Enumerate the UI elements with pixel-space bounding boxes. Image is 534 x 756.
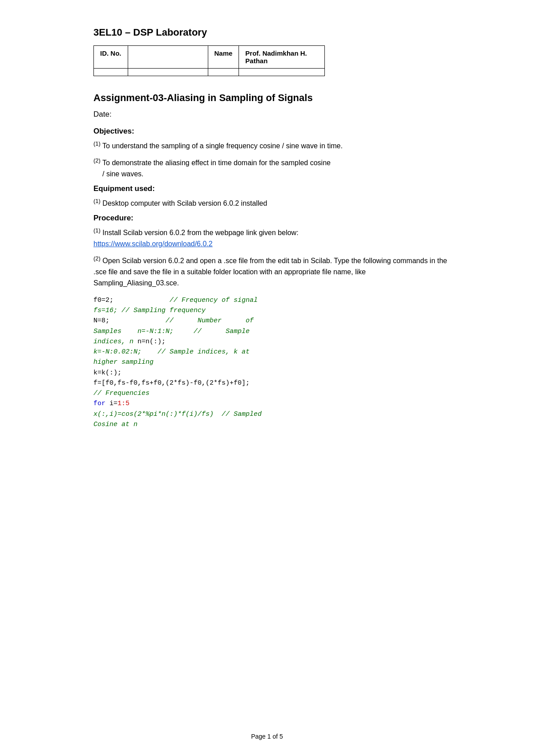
equip-num: (1) — [93, 198, 101, 204]
procedure-heading: Procedure: — [93, 214, 449, 223]
prof-blank-row2 — [239, 69, 325, 76]
id-blank-row2 — [128, 69, 208, 76]
page-footer: Page 1 of 5 — [67, 733, 467, 740]
main-title: 3EL10 – DSP Laboratory — [93, 27, 449, 38]
scilab-link[interactable]: https://www.scilab.org/download/6.0.2 — [93, 240, 213, 248]
code-line-1: f0=2; // Frequency of signal — [93, 295, 449, 305]
obj2-text-cont: / sine waves. — [93, 170, 143, 178]
date-line: Date: — [93, 110, 449, 119]
code-line-5: indices, n n=n(:); — [93, 337, 449, 347]
name-blank-row2 — [208, 69, 239, 76]
code-line-13: Cosine at n — [93, 419, 449, 430]
code-line-11: for i=1:5 — [93, 398, 449, 409]
obj2-text: To demonstrate the aliasing effect in ti… — [102, 159, 331, 167]
id-label: ID. No. — [94, 46, 128, 69]
obj2-num: (2) — [93, 157, 101, 164]
equip-text: Desktop computer with Scilab version 6.0… — [102, 199, 267, 207]
code-line-6: k=-N:0.02:N; // Sample indices, k at — [93, 347, 449, 357]
professor-name: Prof. Nadimkhan H. Pathan — [239, 46, 325, 69]
procedure-item-2: (2) Open Scilab version 6.0.2 and open a… — [93, 254, 449, 289]
id-value-row2 — [94, 69, 128, 76]
code-line-12: x(:,i)=cos(2*%pi*n(:)*f(i)/fs) // Sample… — [93, 409, 449, 419]
id-value — [128, 46, 208, 69]
objective-2: (2) To demonstrate the aliasing effect i… — [93, 156, 449, 180]
proc1-num: (1) — [93, 227, 101, 234]
code-line-7: higher sampling — [93, 357, 449, 367]
code-line-8: k=k(:); — [93, 368, 449, 378]
obj1-num: (1) — [93, 140, 101, 147]
code-line-4: Samples n=-N:1:N; // Sample — [93, 326, 449, 337]
proc1-text: Install Scilab version 6.0.2 from the we… — [102, 229, 298, 237]
procedure-item-1: (1) Install Scilab version 6.0.2 from th… — [93, 226, 449, 250]
objective-1: (1) To understand the sampling of a sing… — [93, 139, 449, 152]
proc2-text: Open Scilab version 6.0.2 and open a .sc… — [93, 257, 447, 287]
equipment-item: (1) Desktop computer with Scilab version… — [93, 197, 449, 209]
page: 3EL10 – DSP Laboratory ID. No. Name Prof… — [67, 0, 467, 756]
id-table: ID. No. Name Prof. Nadimkhan H. Pathan — [93, 45, 325, 76]
objectives-heading: Objectives: — [93, 127, 449, 136]
obj1-text: To understand the sampling of a single f… — [102, 142, 343, 150]
name-label: Name — [208, 46, 239, 69]
code-line-10: // Frequencies — [93, 388, 449, 398]
code-line-2: fs=16; // Sampling frequency — [93, 305, 449, 316]
code-line-3: N=8; // Number of — [93, 316, 449, 326]
code-block: f0=2; // Frequency of signal fs=16; // S… — [93, 295, 449, 430]
assignment-title: Assignment-03-Aliasing in Sampling of Si… — [93, 92, 449, 104]
code-line-9: f=[f0,fs-f0,fs+f0,(2*fs)-f0,(2*fs)+f0]; — [93, 378, 449, 388]
proc2-num: (2) — [93, 255, 101, 262]
equipment-heading: Equipment used: — [93, 184, 449, 193]
